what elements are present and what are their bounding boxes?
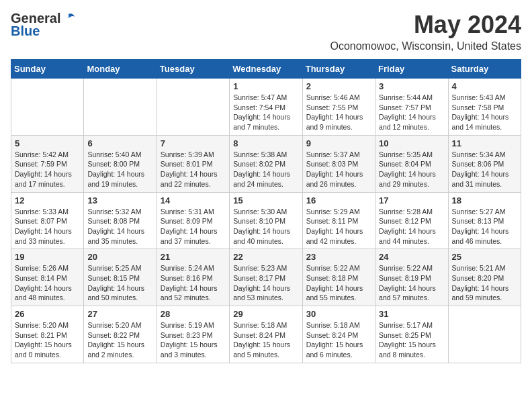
day-info: Sunrise: 5:19 AMSunset: 8:23 PMDaylight:… [161, 320, 226, 360]
day-info: Sunrise: 5:26 AMSunset: 8:14 PMDaylight:… [15, 263, 80, 303]
table-row [448, 306, 521, 363]
location-title: Oconomowoc, Wisconsin, United States [330, 40, 521, 52]
logo-blue: Blue [11, 24, 40, 39]
calendar-header-row: Sunday Monday Tuesday Wednesday Thursday… [11, 60, 521, 79]
table-row: 21Sunrise: 5:24 AMSunset: 8:16 PMDayligh… [157, 249, 229, 306]
day-number: 4 [452, 81, 517, 91]
day-number: 15 [233, 195, 298, 205]
table-row: 20Sunrise: 5:25 AMSunset: 8:15 PMDayligh… [84, 249, 157, 306]
table-row: 28Sunrise: 5:19 AMSunset: 8:23 PMDayligh… [157, 306, 229, 363]
calendar-week-row: 5Sunrise: 5:42 AMSunset: 7:59 PMDaylight… [11, 135, 521, 192]
day-info: Sunrise: 5:22 AMSunset: 8:18 PMDaylight:… [306, 263, 371, 303]
table-row: 22Sunrise: 5:23 AMSunset: 8:17 PMDayligh… [230, 249, 302, 306]
calendar-week-row: 1Sunrise: 5:47 AMSunset: 7:54 PMDaylight… [11, 79, 521, 136]
day-info: Sunrise: 5:34 AMSunset: 8:06 PMDaylight:… [452, 150, 517, 189]
day-info: Sunrise: 5:35 AMSunset: 8:04 PMDaylight:… [379, 150, 444, 189]
day-number: 6 [87, 138, 152, 148]
day-number: 29 [233, 309, 298, 319]
day-info: Sunrise: 5:23 AMSunset: 8:17 PMDaylight:… [233, 263, 298, 303]
table-row: 25Sunrise: 5:21 AMSunset: 8:20 PMDayligh… [448, 249, 521, 306]
calendar-week-row: 12Sunrise: 5:33 AMSunset: 8:07 PMDayligh… [11, 192, 521, 249]
day-number: 11 [452, 138, 517, 148]
calendar-week-row: 26Sunrise: 5:20 AMSunset: 8:21 PMDayligh… [11, 306, 521, 363]
day-number: 26 [15, 309, 80, 319]
table-row: 16Sunrise: 5:29 AMSunset: 8:11 PMDayligh… [302, 192, 375, 249]
day-info: Sunrise: 5:27 AMSunset: 8:13 PMDaylight:… [452, 207, 517, 246]
day-info: Sunrise: 5:21 AMSunset: 8:20 PMDaylight:… [452, 263, 517, 303]
day-info: Sunrise: 5:38 AMSunset: 8:02 PMDaylight:… [233, 150, 298, 189]
day-number: 12 [15, 195, 80, 205]
calendar: Sunday Monday Tuesday Wednesday Thursday… [11, 59, 521, 363]
table-row: 19Sunrise: 5:26 AMSunset: 8:14 PMDayligh… [11, 249, 84, 306]
table-row: 26Sunrise: 5:20 AMSunset: 8:21 PMDayligh… [11, 306, 84, 363]
table-row: 6Sunrise: 5:40 AMSunset: 8:00 PMDaylight… [84, 135, 157, 192]
table-row: 18Sunrise: 5:27 AMSunset: 8:13 PMDayligh… [448, 192, 521, 249]
col-thursday: Thursday [302, 60, 375, 79]
day-info: Sunrise: 5:28 AMSunset: 8:12 PMDaylight:… [379, 207, 444, 246]
table-row [157, 79, 229, 136]
day-info: Sunrise: 5:33 AMSunset: 8:07 PMDaylight:… [15, 207, 80, 246]
title-area: May 2024 Oconomowoc, Wisconsin, United S… [330, 11, 521, 52]
day-number: 10 [379, 138, 444, 148]
day-info: Sunrise: 5:18 AMSunset: 8:24 PMDaylight:… [306, 320, 371, 360]
table-row: 12Sunrise: 5:33 AMSunset: 8:07 PMDayligh… [11, 192, 84, 249]
table-row: 29Sunrise: 5:18 AMSunset: 8:24 PMDayligh… [230, 306, 302, 363]
day-info: Sunrise: 5:17 AMSunset: 8:25 PMDaylight:… [379, 320, 444, 360]
day-info: Sunrise: 5:20 AMSunset: 8:22 PMDaylight:… [87, 320, 152, 360]
table-row: 13Sunrise: 5:32 AMSunset: 8:08 PMDayligh… [84, 192, 157, 249]
day-info: Sunrise: 5:24 AMSunset: 8:16 PMDaylight:… [161, 263, 226, 303]
day-number: 2 [306, 81, 371, 91]
table-row: 8Sunrise: 5:38 AMSunset: 8:02 PMDaylight… [230, 135, 302, 192]
day-number: 14 [161, 195, 226, 205]
day-number: 24 [379, 252, 444, 262]
calendar-week-row: 19Sunrise: 5:26 AMSunset: 8:14 PMDayligh… [11, 249, 521, 306]
col-monday: Monday [84, 60, 157, 79]
table-row: 1Sunrise: 5:47 AMSunset: 7:54 PMDaylight… [230, 79, 302, 136]
day-number: 16 [306, 195, 371, 205]
day-info: Sunrise: 5:37 AMSunset: 8:03 PMDaylight:… [306, 150, 371, 189]
day-info: Sunrise: 5:40 AMSunset: 8:00 PMDaylight:… [87, 150, 152, 189]
day-info: Sunrise: 5:20 AMSunset: 8:21 PMDaylight:… [15, 320, 80, 360]
month-title: May 2024 [330, 11, 521, 39]
table-row: 27Sunrise: 5:20 AMSunset: 8:22 PMDayligh… [84, 306, 157, 363]
day-info: Sunrise: 5:30 AMSunset: 8:10 PMDaylight:… [233, 207, 298, 246]
day-number: 22 [233, 252, 298, 262]
day-info: Sunrise: 5:29 AMSunset: 8:11 PMDaylight:… [306, 207, 371, 246]
day-number: 21 [161, 252, 226, 262]
table-row: 3Sunrise: 5:44 AMSunset: 7:57 PMDaylight… [375, 79, 448, 136]
logo-bird-icon [61, 11, 76, 26]
day-number: 30 [306, 309, 371, 319]
day-info: Sunrise: 5:31 AMSunset: 8:09 PMDaylight:… [161, 207, 226, 246]
table-row: 10Sunrise: 5:35 AMSunset: 8:04 PMDayligh… [375, 135, 448, 192]
logo: General Blue [11, 11, 76, 39]
table-row: 24Sunrise: 5:22 AMSunset: 8:19 PMDayligh… [375, 249, 448, 306]
table-row: 9Sunrise: 5:37 AMSunset: 8:03 PMDaylight… [302, 135, 375, 192]
day-info: Sunrise: 5:39 AMSunset: 8:01 PMDaylight:… [161, 150, 226, 189]
day-info: Sunrise: 5:25 AMSunset: 8:15 PMDaylight:… [87, 263, 152, 303]
day-info: Sunrise: 5:44 AMSunset: 7:57 PMDaylight:… [379, 93, 444, 132]
day-number: 7 [161, 138, 226, 148]
table-row: 15Sunrise: 5:30 AMSunset: 8:10 PMDayligh… [230, 192, 302, 249]
day-number: 31 [379, 309, 444, 319]
day-number: 19 [15, 252, 80, 262]
table-row: 5Sunrise: 5:42 AMSunset: 7:59 PMDaylight… [11, 135, 84, 192]
col-tuesday: Tuesday [157, 60, 229, 79]
table-row [11, 79, 84, 136]
day-info: Sunrise: 5:43 AMSunset: 7:58 PMDaylight:… [452, 93, 517, 132]
day-number: 17 [379, 195, 444, 205]
day-number: 5 [15, 138, 80, 148]
day-number: 20 [87, 252, 152, 262]
day-number: 23 [306, 252, 371, 262]
day-number: 28 [161, 309, 226, 319]
col-wednesday: Wednesday [230, 60, 302, 79]
day-info: Sunrise: 5:47 AMSunset: 7:54 PMDaylight:… [233, 93, 298, 132]
table-row [84, 79, 157, 136]
table-row: 14Sunrise: 5:31 AMSunset: 8:09 PMDayligh… [157, 192, 229, 249]
col-saturday: Saturday [448, 60, 521, 79]
day-number: 1 [233, 81, 298, 91]
day-info: Sunrise: 5:22 AMSunset: 8:19 PMDaylight:… [379, 263, 444, 303]
table-row: 4Sunrise: 5:43 AMSunset: 7:58 PMDaylight… [448, 79, 521, 136]
table-row: 23Sunrise: 5:22 AMSunset: 8:18 PMDayligh… [302, 249, 375, 306]
day-info: Sunrise: 5:18 AMSunset: 8:24 PMDaylight:… [233, 320, 298, 360]
day-number: 3 [379, 81, 444, 91]
